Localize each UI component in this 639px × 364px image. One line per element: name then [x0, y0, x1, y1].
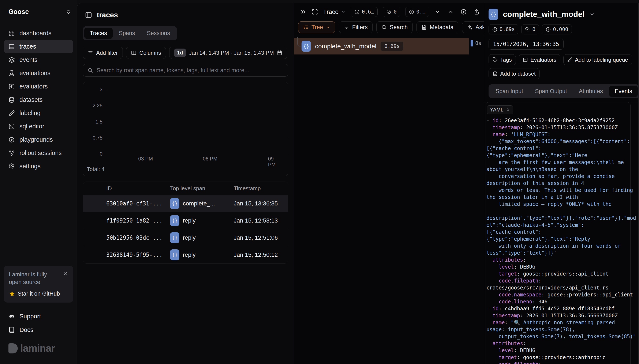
date-range-button[interactable]: 1d Jan 14, 1:43 PM - Jan 15, 1:43 PM	[169, 47, 287, 59]
yaml-line: {"type":"ephemeral"},"text":"Here	[486, 152, 638, 159]
add-to-labeling-queue-button[interactable]: Add to labeling queue	[563, 54, 632, 65]
traces-spans-sessions-tabs: TracesSpansSessions	[83, 26, 177, 40]
tree-view-button[interactable]: Tree	[298, 21, 335, 33]
yaml-line: are the first few user messages:\ntell m…	[486, 159, 638, 166]
search-input[interactable]	[97, 67, 284, 74]
add-filter-button[interactable]: Add filter	[83, 47, 123, 59]
chart-x-tick: 03 PM	[138, 156, 153, 162]
sidebar-item-datasets[interactable]: datasets	[4, 93, 73, 106]
clock-icon	[492, 27, 497, 32]
yaml-line: - id: c4bdbaa9-ffd5-4c52-889e-df183543cd…	[486, 305, 638, 312]
filter-icon	[344, 24, 349, 30]
trace-tokens-badge[interactable]: 0	[383, 7, 400, 17]
chart-y-tick: 0	[83, 151, 103, 157]
chevrons-right-icon[interactable]	[300, 9, 306, 15]
table-row[interactable]: 63010af0-cf31-... {}complete_... Jan 15,…	[83, 195, 288, 212]
sparkles-icon	[467, 24, 472, 30]
coins-icon	[525, 27, 530, 32]
flask-icon	[9, 70, 15, 76]
braces-icon: {}	[301, 41, 311, 52]
sidebar-item-dashboards[interactable]: dashboards	[4, 26, 73, 40]
timeline-tick-label: 0s	[475, 40, 481, 46]
tab-events[interactable]: Events	[609, 86, 638, 97]
yaml-line: el":"claude-haiku-4-5","system":	[486, 222, 638, 229]
sidebar-footer-support[interactable]: Support	[4, 310, 73, 323]
tab-sessions[interactable]: Sessions	[141, 28, 176, 39]
star-on-github-link[interactable]: Star it on GitHub	[9, 290, 68, 297]
page-title: traces	[97, 11, 118, 19]
tag-icon	[493, 57, 498, 62]
span-title: complete_with_model	[503, 10, 585, 19]
panel-left-icon[interactable]	[85, 12, 92, 18]
chart-y-tick: 1.5	[83, 119, 103, 125]
yaml-line: name: "🔍 Anthropic non-streaming parsed	[486, 319, 638, 326]
sidebar-item-sql-editor[interactable]: sql editor	[4, 120, 73, 133]
function-square-icon	[9, 84, 15, 90]
sidebar-item-evaluations[interactable]: evaluations	[4, 66, 73, 80]
filters-button[interactable]: Filters	[339, 21, 373, 33]
yaml-line: {"max_tokens":64000,"messages":[{"conten…	[486, 138, 638, 145]
yaml-line: output_tokens=Some(7), total_tokens=Some…	[486, 333, 638, 340]
chevron-down-icon[interactable]	[434, 9, 441, 15]
tags-button[interactable]: Tags	[489, 54, 516, 65]
trace-view-buttons: Tree Filters Search Metadata Ask AI	[294, 20, 484, 37]
maximize-icon[interactable]	[312, 9, 318, 15]
traces-table: ID Top level span Timestamp 63010af0-cf3…	[83, 182, 288, 264]
dollar-circle-icon: $	[409, 9, 414, 14]
tab-spans[interactable]: Spans	[114, 28, 141, 39]
columns-button[interactable]: Columns	[126, 47, 166, 59]
close-icon[interactable]	[62, 271, 68, 276]
sidebar-item-traces[interactable]: traces	[4, 40, 73, 53]
table-row[interactable]: 32638149-5f95-... {}reply Jan 15, 12:50:…	[83, 246, 288, 263]
evaluators-button[interactable]: Evaluators	[519, 54, 560, 65]
tab-span-input[interactable]: Span Input	[490, 86, 529, 97]
add-to-dataset-button[interactable]: Add to dataset	[489, 68, 540, 79]
trace-dropdown[interactable]: Trace	[323, 8, 346, 16]
sidebar-nav: dashboards traces events evaluations eva…	[0, 26, 77, 173]
span-tree-row[interactable]: {} complete_with_model 0.69s	[294, 38, 469, 54]
format-select[interactable]: YAML	[487, 105, 513, 114]
workspace-switcher[interactable]: Goose	[0, 0, 77, 16]
yaml-code-block[interactable]: - id: 26ee3af4-5162-46b2-8bec-3c9ada2f92…	[486, 117, 638, 364]
play-circle-icon[interactable]	[460, 9, 467, 15]
sidebar-item-rollout-sessions[interactable]: rollout sessions	[4, 146, 73, 160]
yaml-line: the session later in a UI with	[486, 194, 638, 201]
yaml-line: about yourself\n\nBased on the	[486, 166, 638, 173]
git-fork-icon	[9, 150, 15, 156]
chart-gridline	[107, 90, 288, 90]
yaml-line: code.namespace: goose::providers::api_cl…	[486, 291, 638, 298]
pencil-icon	[567, 57, 572, 62]
tab-attributes[interactable]: Attributes	[573, 86, 608, 97]
yaml-line: attributes:	[486, 256, 638, 264]
content-card: traces TracesSpansSessions Add filter Co…	[77, 3, 638, 364]
search-bar	[83, 64, 288, 77]
sidebar-item-events[interactable]: events	[4, 53, 73, 66]
chevron-up-icon[interactable]	[447, 9, 454, 15]
tab-span-output[interactable]: Span Output	[530, 86, 573, 97]
share-icon[interactable]	[474, 9, 480, 15]
timeline-span-bar[interactable]	[471, 40, 473, 46]
tree-connector	[297, 37, 301, 46]
trace-duration-badge[interactable]: 0.6…	[351, 7, 378, 17]
span-detail-panel: {} complete_with_model 0.69s 0 $ 0.000 1…	[484, 3, 638, 364]
table-row[interactable]: 50b12956-03dc-... {}reply Jan 15, 12:51:…	[83, 229, 288, 246]
database-icon	[493, 71, 498, 76]
sidebar-item-evaluators[interactable]: evaluators	[4, 80, 73, 93]
tab-traces[interactable]: Traces	[84, 28, 113, 39]
sidebar-footer-docs[interactable]: Docs	[4, 323, 73, 336]
sidebar-footer: Support Docs	[4, 310, 73, 336]
filter-icon	[88, 50, 93, 56]
trace-cost-badge[interactable]: $ 0.…	[405, 7, 429, 17]
search-button[interactable]: Search	[376, 21, 413, 33]
sidebar-item-playgrounds[interactable]: playgrounds	[4, 133, 73, 146]
chart-total-label: Total: 4	[87, 166, 105, 172]
span-actions-row-2: Add to dataset	[489, 68, 638, 79]
sidebar-item-labeling[interactable]: labeling	[4, 106, 73, 120]
metadata-button[interactable]: Metadata	[417, 21, 459, 33]
sidebar-item-settings[interactable]: settings	[4, 160, 73, 173]
table-row[interactable]: f1f09250-1a82-... {}reply Jan 15, 12:53:…	[83, 212, 288, 229]
chevrons-up-down-icon[interactable]	[65, 9, 72, 15]
trace-id-cell: 32638149-5f95-...	[106, 252, 170, 258]
chevron-down-icon[interactable]	[589, 12, 595, 17]
span-detail-tabs: Span InputSpan OutputAttributesEvents	[489, 84, 638, 98]
